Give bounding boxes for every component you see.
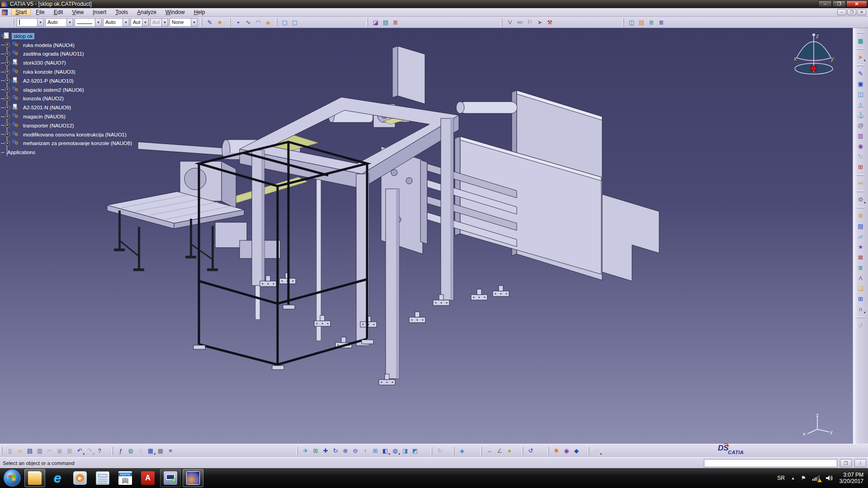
tree-item[interactable]: +⚙⚙slagacki sistem2 (NAUO6) (1, 85, 191, 94)
rendering-material-dropdown[interactable]: Aut▾ (150, 18, 168, 27)
volume-icon[interactable] (826, 475, 833, 481)
help-info-button[interactable]: i (854, 459, 866, 467)
taskbar-adobe-reader[interactable]: A (137, 469, 158, 487)
toolbar-handle[interactable] (588, 447, 589, 455)
swirl-update-icon[interactable]: ↺ (856, 321, 866, 330)
smart-component-icon[interactable]: ⊞ (856, 162, 866, 172)
tree-item-label[interactable]: A2-5201-P (NAUO10) (22, 78, 75, 84)
tree-item-label[interactable]: magacin (NAUO5) (22, 114, 67, 119)
dropdown-arrow-icon[interactable]: ▾ (142, 19, 148, 26)
opacity-dropdown[interactable]: Auto▾ (45, 18, 73, 27)
tree-expander[interactable]: + (5, 105, 10, 110)
menu-start[interactable]: Start (11, 9, 31, 16)
tree-item[interactable]: +⚙⚙A2-5201-N (NAUO9) (1, 103, 191, 112)
create-multi-view-icon[interactable]: ⊞ (370, 446, 380, 455)
network-warning-icon[interactable] (812, 475, 820, 481)
minimize-button[interactable]: – (818, 0, 832, 7)
restore-button[interactable]: ❐ (832, 0, 846, 7)
tree-item[interactable]: +⚙⚙magacin (NAUO5) (1, 112, 191, 121)
toolbar-handle[interactable] (857, 174, 865, 176)
toolbar-handle[interactable] (229, 18, 231, 26)
relations-icon[interactable]: ≡ (165, 446, 175, 455)
weld-feature-icon[interactable]: V (505, 18, 515, 27)
save-icon[interactable]: ▤ (25, 446, 35, 455)
people-icon[interactable]: ☺ (136, 446, 146, 455)
tree-item[interactable]: +⚙⚙transporter (NAUO12) (1, 121, 191, 130)
tree-item[interactable]: +⚙⚙zastitna ograda (NAUO11) (1, 50, 191, 59)
spline-icon[interactable]: ∿ (243, 18, 253, 27)
product-icon[interactable]: ◫ (856, 89, 866, 99)
toolbar-handle[interactable] (623, 18, 624, 26)
toolbar-handle[interactable] (297, 447, 298, 455)
toolbar-handle[interactable] (547, 447, 549, 455)
tree-expander[interactable]: + (5, 78, 10, 83)
normal-view-icon[interactable]: ↑ (360, 446, 370, 455)
menu-tools[interactable]: Tools (111, 9, 132, 16)
sequence-list-icon[interactable]: ≣ (391, 18, 401, 27)
tree-expander[interactable]: + (5, 87, 10, 92)
taskbar-remote-desktop[interactable]: ↺ (160, 469, 181, 487)
line-type-dropdown[interactable]: ▾ (75, 18, 102, 27)
line-weight-dropdown[interactable]: Auto▾ (103, 18, 129, 27)
tree-item-label[interactable]: stork330 (NAUO7) (22, 60, 67, 66)
tree-root-label[interactable]: sklop ok (12, 33, 34, 39)
pan-icon[interactable]: ✚ (321, 446, 330, 455)
turntable-icon[interactable]: ↺ (526, 446, 536, 455)
tree-item-label[interactable]: A2-5201-N (NAUO9) (22, 105, 72, 110)
taskbar-calculator[interactable] (92, 469, 113, 487)
tree-item-label[interactable]: slagacki sistem2 (NAUO6) (22, 87, 85, 93)
action-center-flag-icon[interactable]: ⚑ (801, 475, 806, 481)
generate-numbering-icon[interactable]: A (856, 273, 866, 283)
paste-icon[interactable]: ▦ (65, 446, 75, 455)
taskbar-catia[interactable] (183, 469, 203, 487)
point-icon[interactable]: ▪ (233, 18, 243, 27)
language-indicator[interactable]: SR (777, 475, 785, 481)
dropdown-arrow-icon[interactable]: ▾ (37, 19, 43, 26)
menu-analyze[interactable]: Analyze (133, 9, 160, 16)
menu-insert[interactable]: Insert (89, 9, 110, 16)
fast-multi-instantiation-icon[interactable]: ⊞ (856, 294, 866, 304)
dropdown-arrow-icon[interactable]: ▾ (95, 19, 101, 26)
tree-item-label[interactable]: mehanizam za premotavanje konzole (NAUO8… (22, 141, 133, 146)
tree-expander[interactable]: + (5, 114, 10, 119)
apply-scene-icon[interactable]: ◆ (571, 446, 581, 455)
pocket-right-icon[interactable]: ▢ (290, 18, 300, 27)
tree-item-applications[interactable]: Applications (1, 148, 191, 157)
fit-all-in-icon[interactable]: ⊞ (311, 446, 321, 455)
copy-graphic-properties-icon[interactable]: ✎ (205, 18, 215, 27)
stack-component-icon[interactable]: ▤ (381, 18, 391, 27)
mdi-minimize-button[interactable]: – (837, 9, 846, 15)
update-all-icon[interactable]: ↻ (435, 446, 445, 455)
dropdown-arrow-icon[interactable]: ▾ (123, 19, 129, 26)
update-disabled-icon[interactable]: ↻ (856, 152, 866, 161)
show-hidden-icons[interactable]: ▲ (791, 476, 795, 480)
measure-inertia-icon[interactable]: ● (505, 446, 514, 455)
dropdown-arrow-icon[interactable]: ▾ (191, 19, 197, 26)
graph-tree-reorder-icon[interactable]: ≣ (856, 263, 866, 272)
lock-icon[interactable]: ▩ (156, 446, 165, 455)
tree-reorder-icon[interactable]: ≣ (656, 18, 666, 27)
dropdown-arrow-icon[interactable]: ▾ (66, 19, 73, 26)
tree-expander[interactable]: + (5, 123, 10, 128)
tree-item[interactable]: +⚙⚙A2-5201-P (NAUO10) (1, 76, 191, 85)
whats-this-help-icon[interactable]: ? (94, 446, 104, 455)
welding-symbol-icon[interactable]: ⚒ (545, 18, 555, 27)
tree-expander[interactable]: + (5, 70, 10, 75)
cut-icon[interactable]: ✂ (45, 446, 55, 455)
menu-file[interactable]: File (32, 9, 48, 16)
measure-item-icon[interactable]: ∠ (495, 446, 505, 455)
undo-icon[interactable]: ↶▾ (75, 446, 85, 455)
toolbar-handle[interactable] (481, 447, 482, 455)
toolbar-handle[interactable] (501, 18, 502, 26)
pocket-left-icon[interactable]: ▢ (280, 18, 290, 27)
tree-item-label[interactable]: konzola (NAUO2) (22, 96, 65, 101)
toolbar-handle[interactable] (13, 18, 14, 26)
tree-expander[interactable]: + (5, 96, 10, 101)
gear-n-instantiation-icon[interactable]: n▾ (856, 305, 866, 314)
text-annotation-icon[interactable]: ABC (515, 18, 525, 27)
toolbar-handle[interactable] (857, 207, 865, 208)
toolbar-handle[interactable] (522, 447, 523, 455)
photo-studio-icon[interactable]: ◉ (561, 446, 571, 455)
video-camera-icon[interactable]: ◉ (856, 141, 866, 151)
structure-grid-icon[interactable]: ∷∷▾ (592, 446, 602, 455)
